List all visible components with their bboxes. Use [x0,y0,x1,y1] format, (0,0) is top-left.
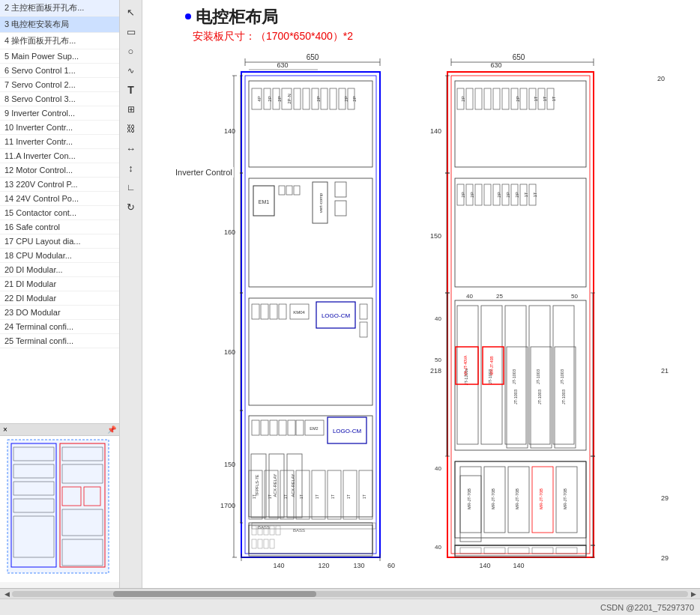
svg-rect-77 [279,304,286,319]
svg-text:2P: 2P [268,96,272,101]
svg-rect-83 [360,322,367,337]
svg-rect-119 [466,88,473,109]
svg-rect-121 [484,88,491,109]
svg-text:2P: 2P [461,192,465,197]
svg-text:JT-1003: JT-1003 [536,369,540,384]
svg-text:650: 650 [513,53,525,61]
scroll-left-btn[interactable]: ◀ [1,590,12,599]
title-text: 电控柜布局 [196,6,278,28]
link-tool-btn[interactable]: ⛓ [122,120,140,138]
sidebar-item-6[interactable]: 8 Servo Control 3... [0,92,119,106]
scroll-track[interactable] [12,591,688,597]
svg-rect-250 [484,548,505,554]
measure-v-btn[interactable]: ↕ [122,159,140,177]
scroll-right-btn[interactable]: ▶ [688,590,699,599]
sidebar-item-3[interactable]: 5 Main Power Sup... [0,49,119,64]
sidebar-item-18[interactable]: 20 DI Modular... [0,263,119,277]
circle-tool-btn[interactable]: ○ [122,42,140,60]
svg-text:1T: 1T [331,494,335,499]
svg-rect-249 [460,548,481,554]
svg-text:25: 25 [496,293,503,300]
svg-rect-126 [520,88,527,109]
svg-rect-73 [249,298,372,405]
svg-rect-123 [502,88,509,109]
svg-text:50: 50 [435,357,441,363]
svg-text:2P: 2P [461,96,465,101]
left-column: 2 主控柜面板开孔布...3 电控柜安装布局4 操作面板开孔布...5 Main… [0,0,120,588]
svg-text:2P: 2P [277,96,282,101]
svg-text:630: 630 [277,61,288,69]
sidebar-item-9[interactable]: 11 Inverter Contr... [0,135,119,149]
svg-text:2P: 2P [516,96,520,101]
svg-rect-142 [475,184,482,205]
canvas-area[interactable]: 电控柜布局 安装板尺寸：（1700*650*400）*2 650 630 650 [142,0,700,588]
sidebar-item-23[interactable]: 25 Terminal confi... [0,334,119,348]
svg-text:JT-1003: JT-1003 [561,390,566,405]
svg-text:JT-1003: JT-1003 [537,390,542,405]
sidebar-item-11[interactable]: 12 Motor Control... [0,163,119,178]
svg-rect-74 [252,304,259,319]
svg-rect-161 [455,300,586,450]
svg-text:EM2: EM2 [310,426,318,431]
minimap-close-btn[interactable]: × [3,425,7,434]
svg-text:4P: 4P [257,96,262,101]
text-tool-btn[interactable]: T [122,81,140,99]
sidebar-item-10[interactable]: 11.A Inverter Con... [0,149,119,163]
svg-text:40: 40 [466,293,473,300]
rectangle-tool-btn[interactable]: ▭ [122,22,140,40]
sidebar-item-22[interactable]: 24 Terminal confi... [0,320,119,334]
svg-text:140: 140 [430,127,441,135]
sidebar-item-17[interactable]: 18 CPU Modular... [0,249,119,263]
sidebar-item-4[interactable]: 6 Servo Control 1... [0,64,119,78]
svg-text:1T: 1T [315,494,319,499]
svg-text:150: 150 [430,232,441,240]
svg-rect-242 [264,539,268,548]
svg-text:20: 20 [657,75,665,82]
sidebar-item-20[interactable]: 22 DI Modular [0,291,119,306]
svg-text:40: 40 [435,465,441,472]
svg-text:TFPFLS-7E: TFPFLS-7E [255,474,259,496]
svg-text:JT-1003: JT-1003 [513,390,518,405]
select-tool-btn[interactable]: ↖ [122,3,140,21]
svg-text:1T: 1T [552,96,556,101]
sidebar-item-19[interactable]: 21 DI Modular [0,277,119,291]
svg-text:291: 291 [661,494,669,502]
svg-rect-237 [270,526,274,535]
svg-rect-90 [261,420,268,435]
sidebar-item-13[interactable]: 14 24V Control Po... [0,192,119,206]
sidebar-item-5[interactable]: 7 Servo Control 2... [0,78,119,92]
sidebar-item-12[interactable]: 13 220V Control P... [0,178,119,192]
svg-rect-50 [330,88,337,109]
svg-text:630: 630 [490,61,501,69]
sidebar-item-8[interactable]: 10 Inverter Contr... [0,121,119,135]
horizontal-scrollbar[interactable]: ◀ ▶ [0,588,700,599]
minimap-pin-btn[interactable]: 📌 [107,425,116,434]
scroll-thumb [113,591,316,597]
svg-text:40: 40 [435,315,441,322]
sidebar-list: 2 主控柜面板开孔布...3 电控柜安装布局4 操作面板开孔布...5 Main… [0,0,119,423]
sidebar-item-7[interactable]: 9 Inverter Control... [0,106,119,121]
sidebar-item-15[interactable]: 16 Safe control [0,220,119,234]
svg-rect-243 [270,539,274,548]
sidebar-item-0[interactable]: 2 主控柜面板开孔布... [0,0,119,16]
svg-text:140: 140 [479,562,490,569]
sidebar-item-1[interactable]: 3 电控柜安装布局 [0,16,119,33]
svg-text:1T: 1T [543,96,547,101]
svg-rect-45 [294,88,301,109]
svg-text:218: 218 [661,367,669,375]
rotate-tool-btn[interactable]: ↻ [122,198,140,216]
curve-tool-btn[interactable]: ∿ [122,61,140,79]
svg-text:1T: 1T [283,494,288,499]
measure-h-btn[interactable]: ↔ [122,139,140,157]
svg-text:1T: 1T [524,192,528,197]
svg-rect-64 [294,186,300,195]
canvas-content: 电控柜布局 安装板尺寸：（1700*650*400）*2 650 630 650 [166,6,676,575]
svg-text:1T: 1T [362,494,366,499]
sidebar-item-21[interactable]: 23 DO Modular [0,306,119,320]
image-tool-btn[interactable]: ⊞ [122,100,140,118]
sidebar-item-14[interactable]: 15 Contactor cont... [0,206,119,220]
svg-text:2P: 2P [352,96,357,101]
sidebar-item-16[interactable]: 17 CPU Layout dia... [0,234,119,249]
angle-tool-btn[interactable]: ∟ [122,178,140,196]
sidebar-item-2[interactable]: 4 操作面板开孔布... [0,33,119,49]
